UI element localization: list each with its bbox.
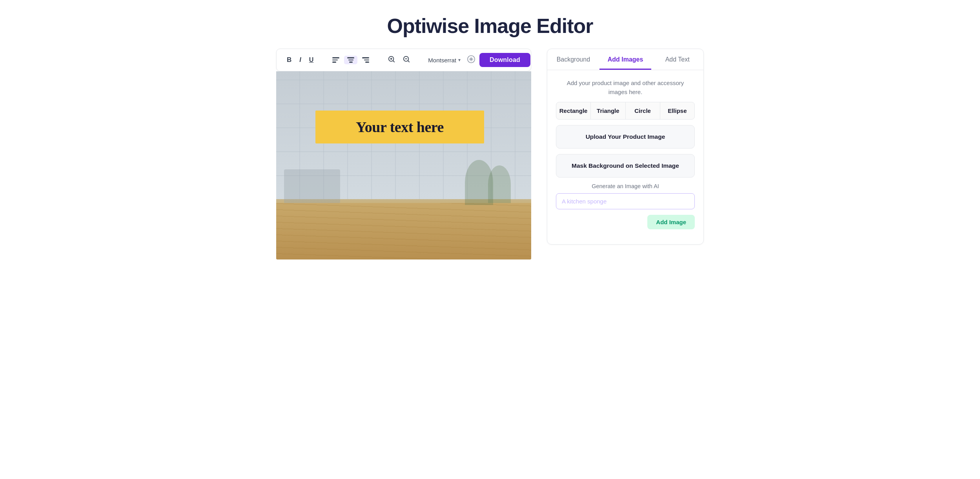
align-center-button[interactable] (344, 56, 357, 64)
zoom-in-icon (388, 56, 395, 65)
sidebar-tabs: Background Add Images Add Text (547, 49, 703, 70)
upload-label: Upload Your Product Image (586, 133, 665, 140)
tab-add-text[interactable]: Add Text (651, 49, 703, 70)
svg-line-3 (393, 61, 394, 62)
shape-triangle-button[interactable]: Triangle (591, 102, 625, 119)
tab-background[interactable]: Background (547, 49, 599, 70)
ai-generate-label: Generate an Image with AI (556, 183, 695, 189)
mask-label: Mask Background on Selected Image (572, 162, 679, 169)
align-left-icon (332, 57, 339, 63)
align-left-button[interactable] (329, 56, 342, 64)
align-right-button[interactable] (359, 56, 372, 64)
upload-product-image-card[interactable]: Upload Your Product Image (556, 125, 695, 149)
bold-button[interactable]: B (284, 54, 295, 65)
chevron-down-icon: ▾ (458, 57, 461, 63)
shape-ellipse-button[interactable]: Ellipse (660, 102, 694, 119)
shape-rectangle-button[interactable]: Rectangle (556, 102, 591, 119)
font-name-label: Montserrat (428, 57, 456, 64)
mask-background-card[interactable]: Mask Background on Selected Image (556, 154, 695, 178)
zoom-out-button[interactable] (400, 54, 413, 66)
align-group (329, 56, 372, 64)
add-image-button[interactable]: Add Image (647, 215, 695, 229)
svg-line-6 (408, 61, 409, 62)
shape-circle-button[interactable]: Circle (626, 102, 660, 119)
editor-panel: B I U (276, 49, 531, 259)
sidebar-description: Add your product image and other accesso… (556, 79, 695, 96)
page-title: Optiwise Image Editor (0, 0, 980, 49)
zoom-group (385, 54, 413, 66)
underline-button[interactable]: U (306, 55, 317, 65)
sidebar-body: Add your product image and other accesso… (547, 70, 703, 239)
canvas-background (276, 71, 531, 259)
download-button[interactable]: Download (479, 53, 530, 67)
align-center-icon (347, 57, 354, 63)
tab-add-images[interactable]: Add Images (599, 49, 652, 70)
canvas-area[interactable]: Your text here (276, 71, 531, 259)
sidebar: Background Add Images Add Text Add your … (547, 49, 704, 245)
zoom-out-icon (403, 56, 410, 65)
plant-right (465, 160, 493, 205)
text-format-group: B I U (284, 54, 317, 65)
add-image-row: Add Image (556, 215, 695, 229)
shape-row: Rectangle Triangle Circle Ellipse (556, 102, 695, 120)
zoom-in-button[interactable] (385, 54, 398, 66)
ai-section: Generate an Image with AI (556, 183, 695, 209)
ai-prompt-input[interactable] (556, 193, 695, 209)
align-right-icon (362, 57, 369, 63)
main-layout: B I U (0, 49, 980, 275)
snowflake-icon[interactable] (467, 55, 475, 65)
font-selector[interactable]: Montserrat ▾ (426, 56, 463, 65)
text-overlay[interactable]: Your text here (315, 111, 484, 143)
sink-element (284, 169, 340, 203)
toolbar: B I U (276, 49, 531, 71)
italic-button[interactable]: I (296, 55, 304, 65)
canvas-text[interactable]: Your text here (331, 118, 468, 136)
